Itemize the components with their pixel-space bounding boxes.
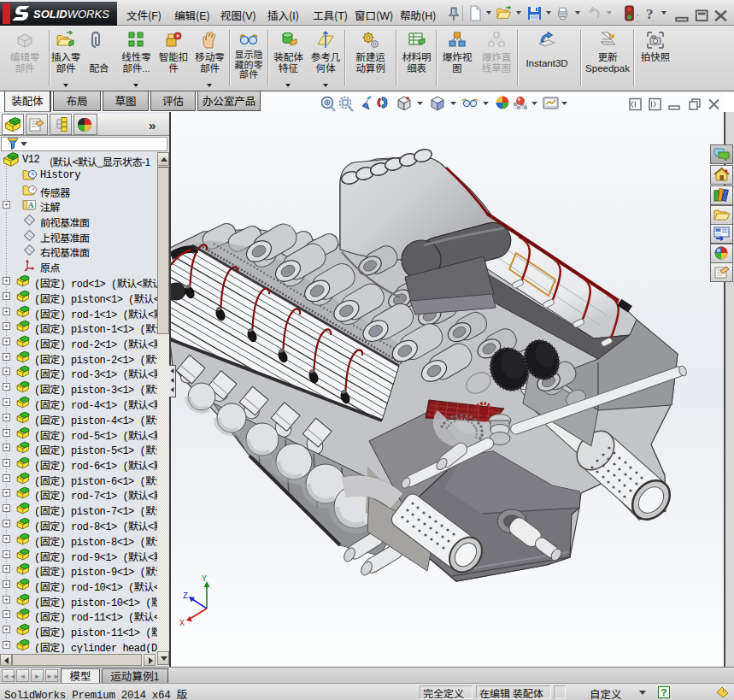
svg-text:Z: Z (183, 591, 188, 601)
svg-text:?: ? (661, 686, 667, 698)
svg-text:SOLIDWORKS: SOLIDWORKS (33, 8, 109, 21)
svg-text:?: ? (646, 6, 654, 21)
svg-text:X: X (179, 619, 185, 628)
svg-text:Y: Y (202, 574, 207, 584)
svg-text:A: A (28, 201, 34, 209)
